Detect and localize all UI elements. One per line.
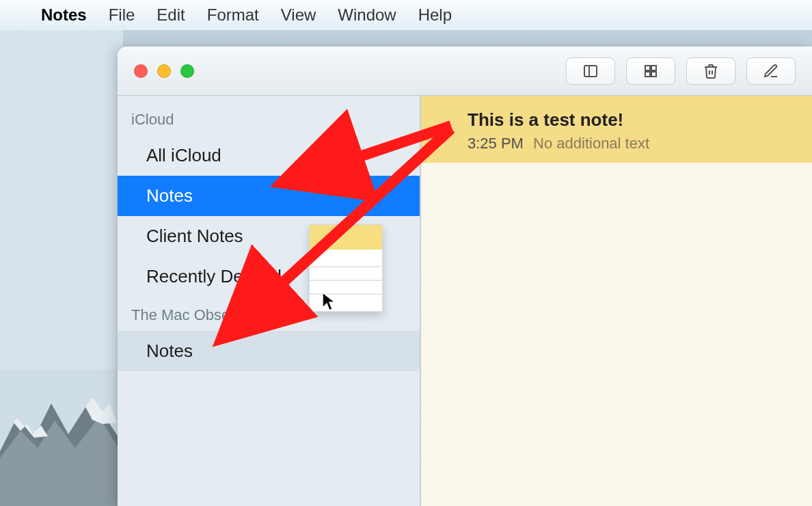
menu-help[interactable]: Help bbox=[418, 5, 452, 25]
folder-all-icloud[interactable]: All iCloud bbox=[118, 135, 420, 176]
menu-format[interactable]: Format bbox=[207, 5, 259, 25]
window-titlebar[interactable] bbox=[118, 46, 812, 96]
grid-view-button[interactable] bbox=[626, 57, 675, 85]
delete-button[interactable] bbox=[686, 57, 735, 85]
notes-list: This is a test note! 3:25 PM No addition… bbox=[421, 96, 812, 506]
menu-app[interactable]: Notes bbox=[41, 5, 87, 25]
sidebar-toggle-button[interactable] bbox=[566, 57, 615, 85]
folder-mac-observer-notes[interactable]: Notes bbox=[118, 331, 420, 371]
window-content: iCloud All iCloud Notes Client Notes Rec… bbox=[118, 96, 812, 506]
folders-sidebar: iCloud All iCloud Notes Client Notes Rec… bbox=[118, 96, 421, 506]
svg-rect-9 bbox=[645, 72, 650, 77]
svg-rect-7 bbox=[645, 66, 650, 70]
note-time: 3:25 PM bbox=[468, 135, 524, 152]
folder-notes[interactable]: Notes bbox=[118, 176, 420, 216]
svg-rect-10 bbox=[651, 72, 656, 77]
dragged-note-ghost bbox=[309, 224, 383, 312]
svg-rect-5 bbox=[584, 66, 597, 77]
menu-window[interactable]: Window bbox=[338, 5, 396, 25]
menu-edit[interactable]: Edit bbox=[157, 5, 185, 25]
compose-icon bbox=[763, 63, 779, 79]
section-header-icloud[interactable]: iCloud bbox=[118, 101, 420, 135]
notes-window: iCloud All iCloud Notes Client Notes Rec… bbox=[118, 46, 812, 506]
menu-file[interactable]: File bbox=[109, 5, 135, 25]
traffic-lights bbox=[134, 64, 194, 78]
grid-icon bbox=[642, 63, 659, 79]
sidebar-icon bbox=[582, 63, 599, 79]
trash-icon bbox=[703, 63, 719, 79]
menu-bar: Notes File Edit Format View Window Help bbox=[0, 0, 812, 30]
svg-rect-8 bbox=[651, 66, 656, 70]
compose-button[interactable] bbox=[746, 57, 796, 85]
menu-view[interactable]: View bbox=[281, 5, 316, 25]
window-minimize-button[interactable] bbox=[157, 64, 171, 78]
wallpaper-mountain bbox=[0, 369, 123, 506]
note-title: This is a test note! bbox=[468, 109, 796, 131]
window-close-button[interactable] bbox=[134, 64, 148, 78]
window-zoom-button[interactable] bbox=[180, 64, 194, 78]
note-subtitle: 3:25 PM No additional text bbox=[468, 135, 796, 152]
notes-list-empty-area bbox=[421, 163, 812, 506]
note-row-selected[interactable]: This is a test note! 3:25 PM No addition… bbox=[421, 96, 812, 165]
cursor-pointer-icon bbox=[321, 291, 338, 312]
note-preview: No additional text bbox=[533, 135, 649, 152]
window-toolbar bbox=[566, 57, 796, 85]
desktop-wallpaper bbox=[0, 30, 123, 506]
